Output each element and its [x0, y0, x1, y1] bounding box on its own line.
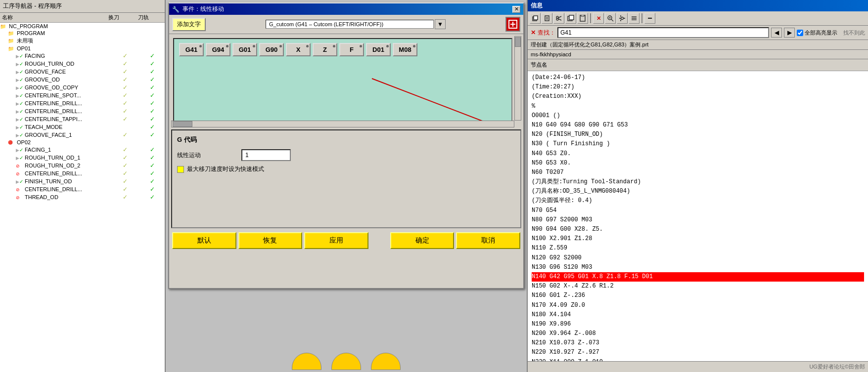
tree-item[interactable]: ⊘ROUGH_TURN_OD_2✓✓ [0, 162, 165, 169]
tb-btn-5[interactable] [577, 13, 588, 24]
tree-item[interactable]: 📁PROGRAM [0, 30, 165, 37]
tree-item[interactable]: 📁OP01 [0, 45, 165, 52]
canvas-vscroll[interactable] [514, 36, 521, 121]
tree-item[interactable]: ▶✓FACING✓✓ [0, 52, 165, 60]
tree-item[interactable]: ▶✓FACING_1✓✓ [0, 146, 165, 154]
dialog-close-button[interactable]: ✕ [512, 6, 520, 13]
tree-item[interactable]: ▶✓ROUGH_TURN_OD✓✓ [0, 60, 165, 68]
gcode-block[interactable]: G01 [232, 43, 257, 56]
apply-button[interactable]: 应用 [304, 232, 368, 249]
tree-item-col2: ✓ [110, 116, 140, 123]
info-label-1: 理创建（固定循环优化之G81,G82,G83）案例.prt [531, 41, 648, 47]
tb-minus-btn[interactable]: − [644, 13, 655, 24]
gcode-block[interactable]: F [339, 43, 364, 56]
paste-icon [544, 15, 550, 22]
tb-list-btn[interactable] [629, 13, 640, 24]
formula-icon[interactable] [505, 17, 520, 32]
dropdown-field[interactable]: G_cutcom (G41 – Cutcom (LEFT/RIGHT/OFF)) [266, 20, 434, 29]
tb-settings-btn[interactable] [617, 13, 628, 24]
tree-item[interactable]: ⊘CENTERLINE_DRILL...✓✓ [0, 169, 165, 177]
tree-item-col3: ✓ [140, 68, 165, 75]
restore-button[interactable]: 恢复 [238, 232, 303, 249]
tree-item[interactable]: ⊘THREAD_OD✓✓ [0, 193, 165, 201]
tree-item[interactable]: ⊘CENTERLINE_DRILL...✓✓ [0, 185, 165, 193]
search-next-button[interactable]: ▶ [784, 28, 795, 38]
tree-item[interactable]: ▶✓CENTERLINE_SPOT...✓✓ [0, 91, 165, 99]
tree-item-col3: ✓ [140, 84, 165, 91]
code-line: N40 G53 Z0. [532, 149, 864, 159]
canvas-area[interactable]: G41G94G01G90XZFD01M08 [173, 38, 512, 124]
form-input-1[interactable] [241, 149, 291, 161]
gcode-blocks: G41G94G01G90XZFD01M08 [174, 39, 511, 60]
gcode-block[interactable]: G41 [179, 43, 204, 56]
tree-item-col3: ✓ [140, 154, 165, 161]
tree-item-label: OP02 [16, 139, 110, 145]
highlight-all-checkbox[interactable] [797, 30, 803, 36]
info-row-1: 理创建（固定循环优化之G81,G82,G83）案例.prt [528, 40, 868, 50]
code-line: N30 ( Turn Finishing ) [532, 139, 864, 149]
checkbox-fast-mode[interactable] [177, 166, 184, 173]
tb-btn-2[interactable] [542, 13, 552, 24]
search-input[interactable] [557, 27, 769, 38]
tb-btn-4[interactable] [565, 13, 576, 24]
search-error-icon[interactable]: ✕ [531, 29, 536, 36]
tree-item[interactable]: ▶✓CENTERLINE_TAPPI...✓✓ [0, 115, 165, 123]
tree-item[interactable]: ▶✓GROOVE_FACE_1✓✓ [0, 131, 165, 139]
tree-item-col3: ✓ [140, 124, 165, 130]
find-status: 找不到此 [843, 29, 865, 37]
shape-3 [371, 353, 401, 370]
tree-item-icon: ⊘ [16, 163, 24, 168]
code-line: N60 T0207 [532, 168, 864, 177]
tree-item[interactable]: ▶✓GROOVE_OD_COPY✓✓ [0, 83, 165, 91]
code-area[interactable]: (Date:24-06-17)(Time:20:27)(Creation:XXX… [528, 71, 868, 361]
tree-item-col2: ✓ [110, 131, 140, 138]
tree-container[interactable]: 📁NC_PROGRAM📁PROGRAM📁未用项📁OP01▶✓FACING✓✓▶✓… [0, 23, 165, 372]
gcode-block[interactable]: M08 [393, 43, 417, 56]
tree-item[interactable]: ▶✓FINISH_TURN_OD✓✓ [0, 177, 165, 185]
gcode-block[interactable]: X [286, 43, 311, 56]
cancel-button[interactable]: 取消 [456, 232, 520, 249]
highlight-all-label[interactable]: 全部高亮显示 [797, 29, 837, 37]
tree-item-col3: ✓ [140, 100, 165, 107]
tree-item[interactable]: ▶✓TEACH_MODE✓ [0, 123, 165, 131]
search-prev-button[interactable]: ◀ [771, 28, 782, 38]
tree-item[interactable]: 📁NC_PROGRAM [0, 23, 165, 30]
svg-rect-15 [569, 15, 574, 20]
svg-rect-17 [581, 15, 584, 16]
tree-item-label: CENTERLINE_DRILL... [24, 170, 110, 176]
tree-item-icon: ▶✓ [16, 84, 24, 90]
tree-item[interactable]: ▶✓CENTERLINE_DRILL...✓✓ [0, 99, 165, 107]
tree-item-icon: ⊘ [16, 186, 24, 192]
tree-item[interactable]: 🔴OP02 [0, 139, 165, 146]
canvas-hscroll[interactable] [171, 121, 514, 127]
form-checkbox-row: 最大移刀速度时设为快速模式 [177, 165, 515, 173]
gcode-block[interactable]: Z [313, 43, 337, 56]
tree-item-label: ROUGH_TURN_OD_1 [24, 155, 110, 161]
tree-item[interactable]: ▶✓GROOVE_FACE✓✓ [0, 68, 165, 76]
right-title: 信息 [531, 2, 543, 9]
tree-item[interactable]: ▶✓CENTERLINE_DRILL...✓✓ [0, 107, 165, 115]
ok-button[interactable]: 确定 [390, 232, 455, 249]
gcode-block[interactable]: G94 [206, 43, 230, 56]
tb-close-btn[interactable]: ✕ [593, 13, 604, 24]
code-line: N140 G42 G95 G01 X.8 Z1.8 F.15 D01 [532, 272, 864, 282]
code-line: N180 X4.104 [532, 310, 864, 320]
tb-zoom-btn[interactable] [605, 13, 616, 24]
tree-item-col2: ✓ [110, 60, 140, 67]
code-line: N70 G54 [532, 206, 864, 215]
copy2-icon [567, 15, 574, 22]
gcode-block[interactable]: D01 [366, 43, 391, 56]
tb-btn-3[interactable] [553, 13, 564, 24]
default-button[interactable]: 默认 [172, 232, 236, 249]
tb-btn-1[interactable] [530, 13, 541, 24]
dropdown-arrow-button[interactable]: ▼ [435, 19, 446, 29]
list-icon [631, 15, 638, 22]
tree-item[interactable]: ▶✓GROOVE_OD✓✓ [0, 76, 165, 83]
gcode-block[interactable]: G90 [259, 43, 284, 56]
code-line: N160 G01 Z-.236 [532, 291, 864, 300]
form-area: G 代码 线性运动 最大移刀速度时设为快速模式 [171, 129, 521, 228]
tree-item-col2: ✓ [110, 162, 140, 169]
add-text-button[interactable]: 添加文字 [172, 18, 206, 31]
tree-item[interactable]: 📁未用项 [0, 37, 165, 45]
tree-item[interactable]: ▶✓ROUGH_TURN_OD_1✓✓ [0, 154, 165, 162]
